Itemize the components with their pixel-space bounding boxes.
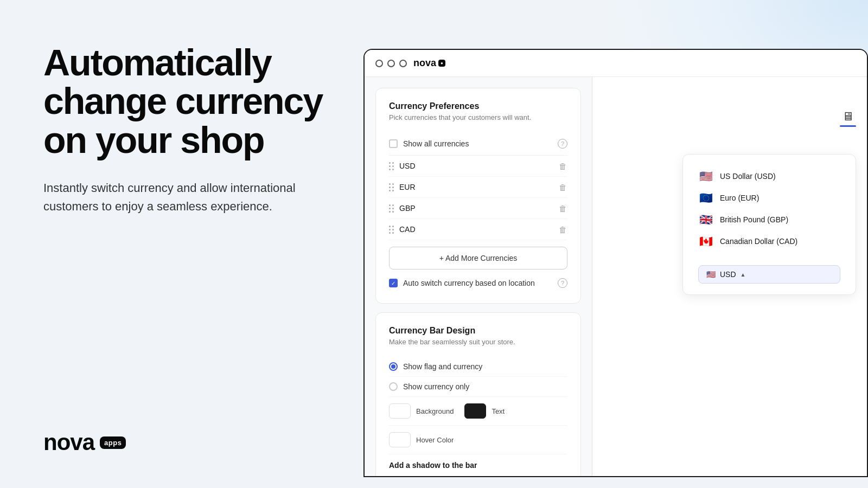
text-swatch-group: Text <box>464 403 505 419</box>
left-content: Automatically change currency on your sh… <box>43 43 331 216</box>
currency-row-usd: USD 🗑 <box>389 156 567 177</box>
browser-dot-3 <box>399 60 407 67</box>
currency-name-cad: Canadian Dollar (CAD) <box>720 237 797 246</box>
show-all-text: Show all currencies <box>403 139 469 148</box>
selector-label: USD <box>720 270 736 279</box>
browser-toolbar: nova ● <box>365 50 867 77</box>
radio-flag-label: Show flag and currency <box>403 362 482 371</box>
currency-code-gbp: GBP <box>399 204 416 213</box>
currency-code-eur: EUR <box>399 183 416 191</box>
hover-swatch[interactable] <box>389 432 411 447</box>
left-panel: Automatically change currency on your sh… <box>0 0 363 488</box>
background-swatch-group: Background <box>389 403 454 419</box>
browser-content: Currency Preferences Pick currencies tha… <box>365 77 867 476</box>
show-all-currencies-row[interactable]: Show all currencies ? <box>389 132 567 156</box>
right-panel: nova ● Currency Preferences Pick currenc… <box>363 0 868 488</box>
currency-code-usd: USD <box>399 162 416 170</box>
currency-preview-widget: 🇺🇸 US Dollar (USD) 🇪🇺 Euro (EUR) 🇬🇧 Brit… <box>682 154 856 295</box>
background-label: Background <box>416 407 454 415</box>
shadow-label: Add a shadow to the bar <box>389 454 567 474</box>
preview-item-usd: 🇺🇸 US Dollar (USD) <box>694 165 845 187</box>
auto-switch-label-group[interactable]: ✓ Auto switch currency based on location <box>389 279 535 287</box>
drag-handle-eur[interactable] <box>389 183 394 191</box>
background-swatch[interactable] <box>389 403 411 419</box>
monitor-icon-area: 🖥 <box>840 110 856 127</box>
currency-row-cad-left: CAD <box>389 225 416 234</box>
auto-switch-checkbox[interactable]: ✓ <box>389 279 398 287</box>
flag-usd: 🇺🇸 <box>698 171 713 182</box>
currency-preferences-subtitle: Pick currencies that your customers will… <box>389 113 567 121</box>
drag-handle-gbp[interactable] <box>389 204 394 213</box>
usd-selector[interactable]: 🇺🇸 USD ▲ <box>698 265 840 284</box>
browser-dot-2 <box>387 60 395 67</box>
hover-color-row: Hover Color <box>389 426 567 454</box>
logo-area: nova apps <box>43 429 331 455</box>
delete-usd-button[interactable]: 🗑 <box>558 161 567 171</box>
preview-item-gbp: 🇬🇧 British Pound (GBP) <box>694 209 845 230</box>
browser-logo: nova ● <box>413 57 445 69</box>
currency-row-eur: EUR 🗑 <box>389 177 567 198</box>
hover-label: Hover Color <box>416 436 454 444</box>
currency-bar-design-card: Currency Bar Design Make the bar seamles… <box>375 312 581 476</box>
headline: Automatically change currency on your sh… <box>43 43 331 159</box>
currency-name-eur: Euro (EUR) <box>720 194 759 202</box>
monitor-icon: 🖥 <box>842 110 854 124</box>
add-currencies-label: + Add More Currencies <box>439 254 518 262</box>
flag-gbp: 🇬🇧 <box>698 214 713 225</box>
logo-text: nova <box>43 429 94 455</box>
currency-row-usd-left: USD <box>389 162 416 170</box>
text-label: Text <box>492 407 505 415</box>
currency-row-eur-left: EUR <box>389 183 416 191</box>
selector-flag: 🇺🇸 <box>706 270 716 279</box>
app-main: Currency Preferences Pick currencies tha… <box>365 77 592 476</box>
radio-currency-only-label: Show currency only <box>403 382 469 391</box>
text-swatch[interactable] <box>464 403 486 419</box>
currency-code-cad: CAD <box>399 225 416 234</box>
preview-panel: 🖥 🇺🇸 US Dollar (USD) 🇪🇺 Euro (EUR) <box>592 77 867 476</box>
add-currencies-button[interactable]: + Add More Currencies <box>389 247 567 269</box>
browser-window: nova ● Currency Preferences Pick currenc… <box>363 49 868 477</box>
monitor-underline <box>840 125 856 127</box>
currency-row-gbp: GBP 🗑 <box>389 198 567 219</box>
selector-chevron-icon: ▲ <box>741 272 746 278</box>
color-row: Background Text <box>389 397 567 426</box>
logo-badge: apps <box>100 436 126 449</box>
auto-switch-text: Auto switch currency based on location <box>403 279 535 287</box>
delete-gbp-button[interactable]: 🗑 <box>558 203 567 213</box>
drag-handle-cad[interactable] <box>389 226 394 234</box>
flag-eur: 🇪🇺 <box>698 192 713 203</box>
show-all-checkbox[interactable] <box>389 139 398 148</box>
auto-switch-info-icon[interactable]: ? <box>558 278 567 288</box>
radio-currency-only-circle[interactable] <box>389 382 398 391</box>
subtext: Instantly switch currency and allow inte… <box>43 179 315 216</box>
delete-cad-button[interactable]: 🗑 <box>558 224 567 234</box>
currency-preferences-title: Currency Preferences <box>389 101 567 111</box>
browser-logo-badge: ● <box>438 60 445 67</box>
radio-show-flag[interactable]: Show flag and currency <box>389 357 567 377</box>
currency-name-usd: US Dollar (USD) <box>720 172 776 181</box>
bar-design-title: Currency Bar Design <box>389 326 567 336</box>
preview-item-eur: 🇪🇺 Euro (EUR) <box>694 187 845 209</box>
preview-item-cad: 🇨🇦 Canadian Dollar (CAD) <box>694 230 845 252</box>
currency-row-cad: CAD 🗑 <box>389 219 567 240</box>
browser-logo-text: nova <box>413 57 436 69</box>
currency-row-gbp-left: GBP <box>389 204 416 213</box>
radio-flag-circle[interactable] <box>389 362 398 371</box>
browser-dots <box>375 60 407 67</box>
delete-eur-button[interactable]: 🗑 <box>558 182 567 192</box>
currency-name-gbp: British Pound (GBP) <box>720 215 788 224</box>
browser-dot-1 <box>375 60 383 67</box>
auto-switch-row[interactable]: ✓ Auto switch currency based on location… <box>389 269 567 290</box>
bar-design-subtitle: Make the bar seamlessly suit your store. <box>389 338 567 346</box>
flag-cad: 🇨🇦 <box>698 236 713 247</box>
drag-handle-usd[interactable] <box>389 162 394 170</box>
show-all-info-icon[interactable]: ? <box>558 139 567 149</box>
currency-preferences-card: Currency Preferences Pick currencies tha… <box>375 88 581 304</box>
radio-show-currency-only[interactable]: Show currency only <box>389 377 567 397</box>
show-all-label[interactable]: Show all currencies <box>389 139 469 148</box>
